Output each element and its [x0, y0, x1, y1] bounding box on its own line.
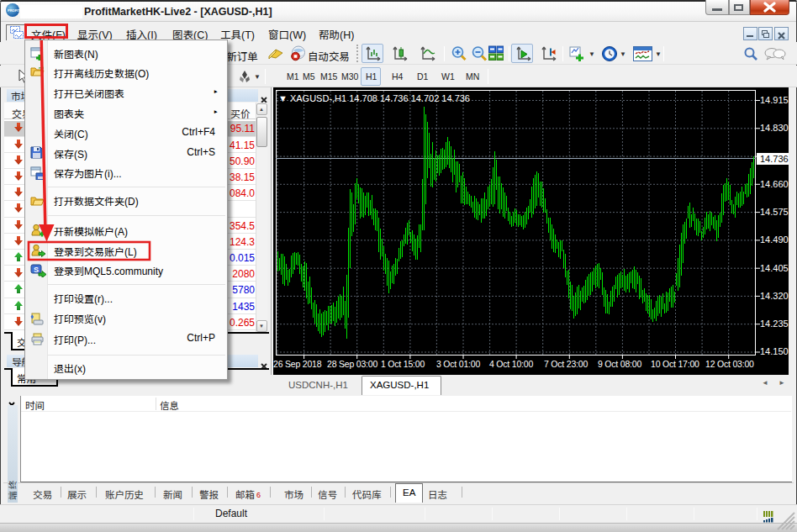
svg-text:S: S — [34, 266, 39, 274]
